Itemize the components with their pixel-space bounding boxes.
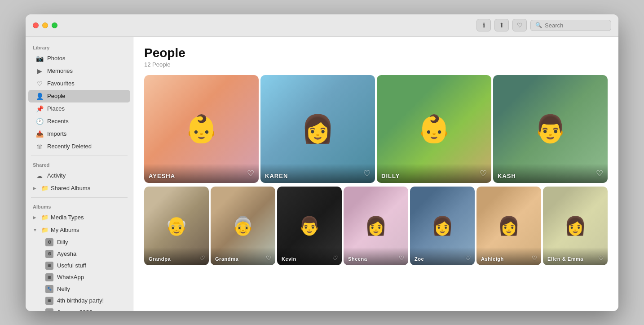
sidebar-item-favourites[interactable]: ♡ Favourites xyxy=(28,77,130,90)
grandpa-heart[interactable]: ♡ xyxy=(199,254,205,262)
kash-heart[interactable]: ♡ xyxy=(596,169,603,178)
people-grid-large: 👶 AYESHA ♡ 👩 KAREN ♡ 👶 DILLY ♡ 👨 KASH xyxy=(133,71,618,187)
sidebar-sub-whatsapp-label: WhatsApp xyxy=(57,274,84,280)
person-card-ayesha[interactable]: 👶 AYESHA ♡ xyxy=(144,75,259,183)
sidebar-sub-useful-stuff[interactable]: ▦ Useful stuff xyxy=(28,260,130,272)
info-button[interactable]: ℹ xyxy=(476,19,491,31)
photos-icon: 📷 xyxy=(35,54,44,62)
person-card-kash[interactable]: 👨 KASH ♡ xyxy=(493,75,608,183)
ashleigh-heart[interactable]: ♡ xyxy=(532,254,538,262)
media-types-arrow: ▶ xyxy=(33,215,39,220)
sidebar-item-activity[interactable]: ☁ Activity xyxy=(28,169,130,182)
sidebar-sub-whatsapp[interactable]: ▦ WhatsApp xyxy=(28,272,130,283)
memories-icon: ▶ xyxy=(35,67,44,75)
sidebar-item-photos[interactable]: 📷 Photos xyxy=(28,52,130,65)
karen-heart[interactable]: ♡ xyxy=(363,169,371,178)
search-box[interactable]: 🔍 xyxy=(530,20,611,31)
search-icon: 🔍 xyxy=(535,22,542,28)
sidebar-sub-nelly[interactable]: 🐾 Nelly xyxy=(28,283,130,295)
imports-icon: 📥 xyxy=(35,130,44,138)
person-card-grandpa[interactable]: 👴 Grandpa ♡ xyxy=(144,187,209,265)
zoe-heart[interactable]: ♡ xyxy=(465,254,471,262)
sidebar-divider-2 xyxy=(31,197,128,198)
main-layout: Library 📷 Photos ▶ Memories ♡ Favourites… xyxy=(26,37,618,311)
4th-birthday-album-icon: ▦ xyxy=(45,297,53,305)
people-count: 12 People xyxy=(144,61,608,68)
sidebar-sub-dilly-label: Dilly xyxy=(57,239,68,245)
sidebar-sub-4th-birthday[interactable]: ▦ 4th birthday party! xyxy=(28,295,130,307)
sidebar-item-favourites-label: Favourites xyxy=(47,80,75,87)
person-card-ellen-emma[interactable]: 👩 Ellen & Emma ♡ xyxy=(543,187,608,265)
person-card-dilly[interactable]: 👶 DILLY ♡ xyxy=(377,75,491,183)
sidebar-item-places[interactable]: 📌 Places xyxy=(28,102,130,115)
dilly-name: DILLY xyxy=(377,164,491,183)
sidebar-item-recently-deleted[interactable]: 🗑 Recently Deleted xyxy=(28,140,130,153)
maximize-button[interactable] xyxy=(52,22,57,28)
sidebar-item-imports-label: Imports xyxy=(47,130,66,137)
titlebar: ℹ ⬆ ♡ 🔍 xyxy=(26,14,618,37)
sidebar-item-memories-label: Memories xyxy=(47,67,73,74)
sidebar-item-people-label: People xyxy=(47,93,65,99)
nelly-album-icon: 🐾 xyxy=(45,285,53,293)
sidebar-item-media-types[interactable]: ▶ 📁 Media Types xyxy=(28,211,130,224)
sidebar-item-recents[interactable]: 🕐 Recents xyxy=(28,115,130,128)
recently-deleted-icon: 🗑 xyxy=(35,142,44,151)
info-icon: ℹ xyxy=(483,22,485,29)
sidebar-item-places-label: Places xyxy=(47,105,65,112)
person-card-kevin[interactable]: 👨 Kevin ♡ xyxy=(277,187,342,265)
close-button[interactable] xyxy=(33,22,39,28)
sidebar-sub-ayesha[interactable]: ⚙ Ayesha xyxy=(28,248,130,260)
sidebar-sub-4th-birthday-label: 4th birthday party! xyxy=(57,297,104,304)
sidebar-sub-january-2020[interactable]: ▦ January 2020 xyxy=(28,307,130,311)
sidebar-item-people[interactable]: 👤 People xyxy=(28,90,130,102)
share-icon: ⬆ xyxy=(499,22,504,29)
dilly-heart[interactable]: ♡ xyxy=(480,169,487,178)
sidebar: Library 📷 Photos ▶ Memories ♡ Favourites… xyxy=(26,37,133,311)
photos-app-window: ℹ ⬆ ♡ 🔍 Library 📷 Photos ▶ xyxy=(26,14,618,311)
sidebar-divider-1 xyxy=(31,156,128,156)
kevin-heart[interactable]: ♡ xyxy=(332,254,338,262)
heart-icon: ♡ xyxy=(517,22,523,29)
whatsapp-album-icon: ▦ xyxy=(45,273,53,281)
sidebar-sub-ayesha-label: Ayesha xyxy=(57,250,76,257)
sidebar-item-activity-label: Activity xyxy=(47,172,66,179)
share-button[interactable]: ⬆ xyxy=(494,19,509,31)
sidebar-item-memories[interactable]: ▶ Memories xyxy=(28,65,130,77)
titlebar-actions: ℹ ⬆ ♡ 🔍 xyxy=(476,19,611,31)
person-card-karen[interactable]: 👩 KAREN ♡ xyxy=(260,75,375,183)
content-header: People 12 People xyxy=(133,37,618,71)
my-albums-arrow: ▼ xyxy=(33,227,39,232)
sidebar-item-my-albums-label: My Albums xyxy=(51,227,79,233)
sidebar-item-imports[interactable]: 📥 Imports xyxy=(28,128,130,140)
sheena-heart[interactable]: ♡ xyxy=(399,254,405,262)
ayesha-name: AYESHA xyxy=(144,164,259,183)
places-icon: 📌 xyxy=(35,105,44,113)
sidebar-item-photos-label: Photos xyxy=(47,55,65,62)
traffic-lights xyxy=(33,22,57,28)
favourites-icon: ♡ xyxy=(35,80,44,88)
sidebar-item-my-albums[interactable]: ▼ 📁 My Albums xyxy=(28,224,130,236)
ellen-emma-heart[interactable]: ♡ xyxy=(598,254,604,262)
my-albums-icon: 📁 xyxy=(41,226,49,234)
useful-stuff-album-icon: ▦ xyxy=(45,262,53,270)
person-card-ashleigh[interactable]: 👩 Ashleigh ♡ xyxy=(476,187,541,265)
person-card-grandma[interactable]: 👵 Grandma ♡ xyxy=(211,187,275,265)
sidebar-item-recents-label: Recents xyxy=(47,118,69,125)
heart-button[interactable]: ♡ xyxy=(512,19,527,31)
content-area: People 12 People 👶 AYESHA ♡ 👩 KAREN ♡ 👶 xyxy=(133,37,618,311)
ayesha-album-icon: ⚙ xyxy=(45,250,53,258)
january-2020-album-icon: ▦ xyxy=(45,308,53,311)
ayesha-heart[interactable]: ♡ xyxy=(247,169,254,178)
sidebar-sub-january-2020-label: January 2020 xyxy=(57,309,93,311)
activity-icon: ☁ xyxy=(35,172,44,180)
shared-albums-arrow: ▶ xyxy=(33,186,39,191)
person-card-zoe[interactable]: 👩 Zoe ♡ xyxy=(410,187,475,265)
minimize-button[interactable] xyxy=(42,22,48,28)
grandma-heart[interactable]: ♡ xyxy=(266,254,272,262)
sidebar-library-label: Library xyxy=(26,41,133,52)
sidebar-sub-dilly[interactable]: ⚙ Dilly xyxy=(28,236,130,248)
person-card-sheena[interactable]: 👩 Sheena ♡ xyxy=(344,187,408,265)
search-input[interactable] xyxy=(545,22,606,29)
sidebar-item-shared-albums[interactable]: ▶ 📁 Shared Albums xyxy=(28,182,130,195)
people-grid-small: 👴 Grandpa ♡ 👵 Grandma ♡ 👨 Kevin ♡ 👩 She xyxy=(133,187,618,269)
